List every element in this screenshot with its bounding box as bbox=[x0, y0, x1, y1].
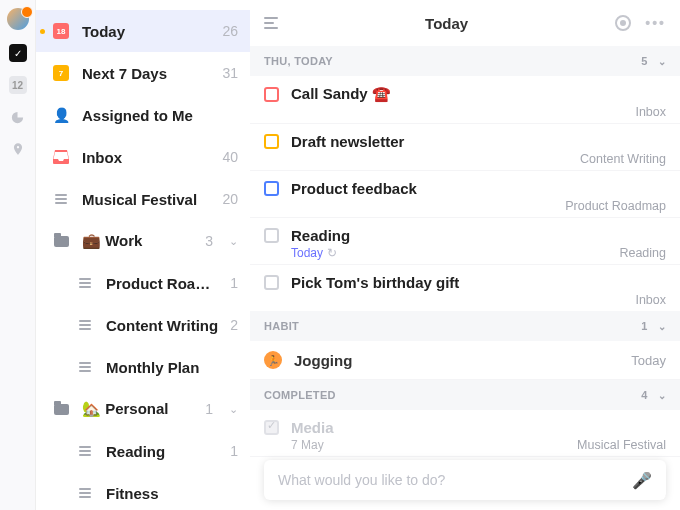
folder-icon bbox=[52, 404, 70, 415]
list-icon bbox=[52, 194, 70, 204]
sidebar-item-label: Assigned to Me bbox=[82, 107, 226, 124]
checkbox[interactable] bbox=[264, 275, 279, 290]
unread-dot-icon bbox=[40, 29, 45, 34]
chevron-down-icon: ⌄ bbox=[658, 321, 666, 332]
sidebar-item-today[interactable]: 18 Today 26 bbox=[36, 10, 250, 52]
list-icon bbox=[76, 446, 94, 456]
habit-row[interactable]: 🏃 Jogging Today bbox=[250, 341, 680, 380]
task-row[interactable]: Call Sandy ☎️ Inbox bbox=[250, 76, 680, 124]
sidebar-item-label: Fitness bbox=[106, 485, 226, 502]
sidebar-item-inbox[interactable]: Inbox 40 bbox=[36, 136, 250, 178]
task-row-completed[interactable]: Media 7 MayMusical Festival bbox=[250, 410, 680, 457]
sidebar-item-count: 31 bbox=[222, 65, 238, 81]
sidebar-item-label: Product Roadm... bbox=[106, 275, 218, 292]
sidebar-item-list[interactable]: Monthly Plan bbox=[36, 346, 250, 388]
sidebar-item-list[interactable]: Content Writing 2 bbox=[36, 304, 250, 346]
folder-icon bbox=[52, 236, 70, 247]
sidebar-item-label: Content Writing bbox=[106, 317, 218, 334]
checkbox[interactable] bbox=[264, 181, 279, 196]
sidebar-item-label: Inbox bbox=[82, 149, 210, 166]
record-icon[interactable] bbox=[615, 15, 631, 31]
sidebar-item-list[interactable]: Fitness bbox=[36, 472, 250, 510]
task-date: Today bbox=[291, 246, 323, 260]
sidebar-item-label: Today bbox=[82, 23, 210, 40]
list-icon bbox=[76, 362, 94, 372]
sidebar-item-next7days[interactable]: 7 Next 7 Days 31 bbox=[36, 52, 250, 94]
section-count: 4 bbox=[641, 389, 647, 401]
sidebar-item-label: 💼 Work bbox=[82, 232, 193, 250]
pomodoro-icon[interactable] bbox=[9, 108, 27, 126]
task-row[interactable]: Pick Tom's birthday gift Inbox bbox=[250, 265, 680, 311]
main-panel: Today ••• THU, TODAY 5 ⌄ Call Sandy ☎️ I… bbox=[250, 0, 680, 510]
sidebar-item-list[interactable]: Musical Festival 20 bbox=[36, 178, 250, 220]
section-count: 5 bbox=[641, 55, 647, 67]
habit-when: Today bbox=[631, 353, 666, 368]
task-location: Reading bbox=[619, 246, 666, 260]
task-title: Product feedback bbox=[291, 180, 417, 197]
sidebar: 18 Today 26 7 Next 7 Days 31 👤 Assigned … bbox=[36, 0, 250, 510]
task-location: Musical Festival bbox=[577, 438, 666, 452]
checkbox[interactable] bbox=[264, 228, 279, 243]
sidebar-item-assigned[interactable]: 👤 Assigned to Me bbox=[36, 94, 250, 136]
task-location: Product Roadmap bbox=[565, 199, 666, 213]
task-title: Pick Tom's birthday gift bbox=[291, 274, 459, 291]
task-location: Content Writing bbox=[580, 152, 666, 166]
section-header-completed[interactable]: COMPLETED 4 ⌄ bbox=[250, 380, 680, 410]
sidebar-item-personal[interactable]: 🏡 Personal 1 ⌄ bbox=[36, 388, 250, 430]
sort-icon[interactable] bbox=[264, 17, 278, 29]
section-label: THU, TODAY bbox=[264, 55, 333, 67]
jogging-icon: 🏃 bbox=[264, 351, 282, 369]
sidebar-item-label: Monthly Plan bbox=[106, 359, 226, 376]
task-title: Media bbox=[291, 419, 334, 436]
sidebar-item-count: 20 bbox=[222, 191, 238, 207]
list-icon bbox=[76, 278, 94, 288]
person-icon: 👤 bbox=[52, 107, 70, 123]
checkbox[interactable] bbox=[264, 134, 279, 149]
sidebar-item-count: 1 bbox=[230, 275, 238, 291]
task-location: Inbox bbox=[635, 293, 666, 307]
calendar-week-icon: 7 bbox=[53, 65, 69, 81]
sidebar-item-label: Reading bbox=[106, 443, 218, 460]
sidebar-item-label: Musical Festival bbox=[82, 191, 210, 208]
sidebar-item-label: 🏡 Personal bbox=[82, 400, 193, 418]
chevron-down-icon[interactable]: ⌄ bbox=[229, 235, 238, 248]
sidebar-item-label: Next 7 Days bbox=[82, 65, 210, 82]
more-icon[interactable]: ••• bbox=[645, 15, 666, 31]
sidebar-item-count: 1 bbox=[230, 443, 238, 459]
new-task-composer[interactable]: 🎤 bbox=[264, 460, 666, 500]
task-row[interactable]: Product feedback Product Roadmap bbox=[250, 171, 680, 218]
task-title: Call Sandy ☎️ bbox=[291, 85, 391, 103]
chevron-down-icon: ⌄ bbox=[658, 390, 666, 401]
sidebar-item-count: 2 bbox=[230, 317, 238, 333]
toolbar: Today ••• bbox=[250, 0, 680, 46]
icon-rail: ✓ 12 bbox=[0, 0, 36, 510]
list-icon bbox=[76, 320, 94, 330]
sidebar-item-count: 3 bbox=[205, 233, 213, 249]
checkbox-done[interactable] bbox=[264, 420, 279, 435]
sidebar-item-count: 1 bbox=[205, 401, 213, 417]
task-title: Draft newsletter bbox=[291, 133, 404, 150]
repeat-icon: ↻ bbox=[327, 246, 337, 260]
section-label: HABIT bbox=[264, 320, 299, 332]
today-icon: 18 bbox=[53, 23, 69, 39]
chevron-down-icon: ⌄ bbox=[658, 56, 666, 67]
avatar[interactable] bbox=[7, 8, 29, 30]
task-date: 7 May bbox=[291, 438, 324, 452]
task-title: Reading bbox=[291, 227, 350, 244]
calendar-icon[interactable]: 12 bbox=[9, 76, 27, 94]
new-task-input[interactable] bbox=[278, 472, 632, 488]
task-row[interactable]: Reading Today↻Reading bbox=[250, 218, 680, 265]
tasks-icon[interactable]: ✓ bbox=[9, 44, 27, 62]
section-count: 1 bbox=[641, 320, 647, 332]
sidebar-item-work[interactable]: 💼 Work 3 ⌄ bbox=[36, 220, 250, 262]
section-header-today[interactable]: THU, TODAY 5 ⌄ bbox=[250, 46, 680, 76]
chevron-down-icon[interactable]: ⌄ bbox=[229, 403, 238, 416]
location-icon[interactable] bbox=[9, 140, 27, 158]
sidebar-item-list[interactable]: Reading 1 bbox=[36, 430, 250, 472]
section-label: COMPLETED bbox=[264, 389, 336, 401]
task-row[interactable]: Draft newsletter Content Writing bbox=[250, 124, 680, 171]
checkbox[interactable] bbox=[264, 87, 279, 102]
mic-icon[interactable]: 🎤 bbox=[632, 471, 652, 490]
sidebar-item-list[interactable]: Product Roadm... 1 bbox=[36, 262, 250, 304]
section-header-habit[interactable]: HABIT 1 ⌄ bbox=[250, 311, 680, 341]
